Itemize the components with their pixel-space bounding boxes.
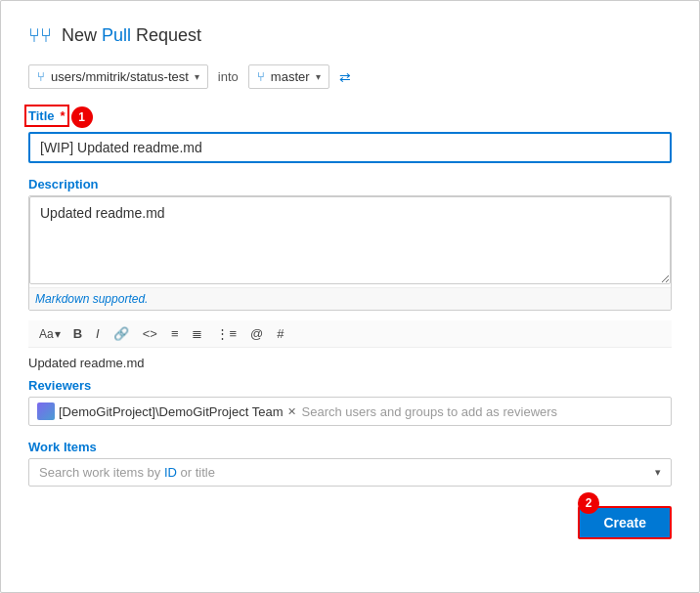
markdown-note: Markdown supported.: [29, 287, 671, 310]
ordered-list-button[interactable]: ≣: [186, 324, 208, 343]
description-box: Markdown supported.: [28, 195, 672, 311]
commit-info: Updated readme.md: [28, 356, 672, 370]
reviewer-name: [DemoGitProject]\DemoGitProject Team: [59, 404, 284, 419]
hash-button[interactable]: #: [271, 324, 289, 343]
source-branch-icon: ⑂: [37, 69, 45, 84]
work-items-chevron-icon: ▾: [655, 466, 661, 479]
page-title: New Pull Request: [62, 25, 201, 46]
link-button[interactable]: 🔗: [108, 324, 135, 343]
title-input[interactable]: [30, 134, 670, 161]
reviewer-tag: [DemoGitProject]\DemoGitProject Team ✕: [37, 402, 296, 420]
italic-button[interactable]: I: [90, 324, 106, 343]
description-textarea[interactable]: [29, 196, 671, 284]
font-size-button[interactable]: Aa ▾: [34, 325, 66, 343]
target-branch-select[interactable]: ⑂ master ▾: [248, 64, 329, 89]
title-label: Title*: [28, 108, 66, 123]
step-badge-2: 2: [578, 492, 599, 514]
branch-row: ⑂ users/mmitrik/status-test ▾ into ⑂ mas…: [28, 64, 672, 89]
source-branch-label: users/mmitrik/status-test: [51, 69, 189, 84]
swap-branches-icon[interactable]: ⇄: [339, 69, 351, 85]
bullet-list-button[interactable]: ≡: [165, 324, 185, 343]
reviewer-search-placeholder: Search users and groups to add as review…: [302, 404, 558, 419]
indent-button[interactable]: ⋮≡: [210, 324, 242, 343]
page-header: ⑂⑂ New Pull Request: [28, 24, 672, 47]
target-branch-label: master: [271, 69, 310, 84]
code-button[interactable]: <>: [137, 324, 163, 343]
target-branch-chevron: ▾: [316, 71, 321, 82]
reviewer-remove-icon[interactable]: ✕: [287, 405, 296, 418]
reviewers-input-box[interactable]: [DemoGitProject]\DemoGitProject Team ✕ S…: [28, 397, 672, 426]
reviewer-avatar: [37, 402, 55, 420]
title-section-row: Title* 1: [28, 106, 672, 128]
step-badge-1: 1: [71, 106, 93, 128]
work-items-label: Work Items: [28, 440, 672, 454]
source-branch-chevron: ▾: [195, 71, 199, 82]
pull-request-window: ⑂⑂ New Pull Request ⑂ users/mmitrik/stat…: [0, 0, 700, 593]
formatting-toolbar: Aa ▾ B I 🔗 <> ≡ ≣ ⋮≡ @ #: [28, 320, 672, 348]
into-text: into: [218, 69, 239, 84]
work-items-placeholder: Search work items by ID or title: [39, 465, 215, 480]
work-items-dropdown[interactable]: Search work items by ID or title ▾: [28, 458, 672, 487]
bold-button[interactable]: B: [67, 324, 88, 343]
title-input-wrapper: [28, 132, 672, 163]
reviewers-label: Reviewers: [28, 378, 672, 393]
source-branch-select[interactable]: ⑂ users/mmitrik/status-test ▾: [28, 64, 208, 89]
target-branch-icon: ⑂: [257, 69, 265, 84]
description-label: Description: [28, 177, 672, 191]
pr-icon: ⑂⑂: [28, 24, 52, 47]
mention-button[interactable]: @: [244, 324, 269, 343]
bottom-row: 2 Create: [28, 506, 672, 539]
